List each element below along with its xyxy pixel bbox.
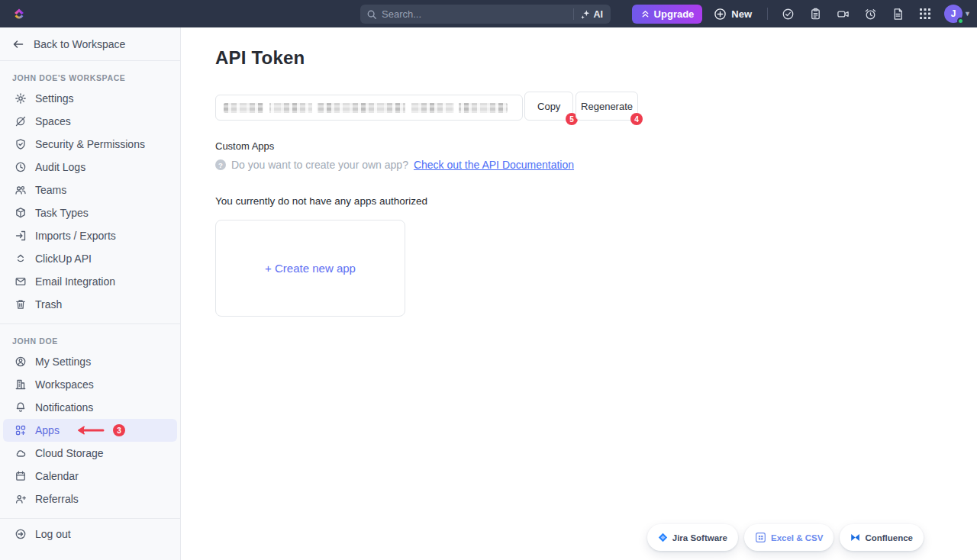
ai-button[interactable]: AI (580, 9, 605, 20)
search-input[interactable] (382, 8, 567, 20)
back-to-workspace[interactable]: Back to Workspace (0, 27, 180, 61)
sidebar-item-label: Security & Permissions (35, 138, 145, 150)
person-plus-icon (14, 493, 27, 506)
help-text: Do you want to create your own app? (231, 159, 408, 171)
sidebar-item-task-types[interactable]: Task Types (0, 201, 180, 224)
search-icon (366, 9, 377, 20)
regenerate-label: Regenerate (581, 101, 633, 112)
search-ai-divider (573, 8, 574, 20)
sidebar-item-referrals[interactable]: Referrals (0, 488, 180, 510)
logout-label: Log out (35, 528, 71, 540)
spreadsheet-icon (755, 532, 766, 543)
sidebar-item-trash[interactable]: Trash (0, 293, 180, 316)
app-grid-icon[interactable] (914, 3, 937, 24)
sidebar-item-label: Calendar (35, 470, 79, 482)
envelope-icon (14, 275, 27, 288)
api-token-field[interactable] (215, 95, 523, 121)
sidebar-item-notifications[interactable]: Notifications (0, 396, 180, 419)
sidebar-item-apps[interactable]: Apps 3 (3, 419, 177, 442)
building-icon (14, 378, 27, 391)
notepad-icon[interactable] (804, 3, 827, 24)
plus-circle-icon (714, 8, 727, 21)
clock-icon (14, 161, 27, 174)
sidebar-item-label: Email Integration (35, 275, 115, 288)
api-token-redacted (224, 103, 508, 113)
logout-button[interactable]: Log out (0, 519, 180, 549)
ai-label: AI (594, 9, 604, 20)
copy-button[interactable]: Copy 5 (524, 92, 573, 121)
confluence-button[interactable]: Confluence (840, 524, 924, 551)
sidebar-item-label: Trash (35, 298, 62, 311)
gear-icon (14, 92, 27, 105)
upgrade-label: Upgrade (654, 8, 695, 20)
user-section-header: JOHN DOE (0, 324, 180, 350)
settings-sidebar: Back to Workspace JOHN DOE'S WORKSPACE S… (0, 27, 181, 560)
regenerate-button[interactable]: Regenerate 4 (576, 92, 638, 121)
clickup-app: AI Upgrade New (0, 0, 977, 560)
confluence-label: Confluence (865, 533, 913, 542)
sidebar-item-settings[interactable]: Settings (0, 87, 180, 110)
cube-icon (14, 207, 27, 220)
workspace-section-header: JOHN DOE'S WORKSPACE (0, 61, 180, 87)
sidebar-item-audit-logs[interactable]: Audit Logs (0, 156, 180, 179)
help-question-icon: ? (215, 159, 226, 170)
main-content: API Token Copy 5 Regenerate 4 Custom App… (181, 27, 977, 560)
copy-label: Copy (537, 101, 560, 112)
sidebar-item-label: Task Types (35, 207, 89, 219)
topbar-actions: Upgrade New (632, 0, 971, 27)
sidebar-item-my-settings[interactable]: My Settings (0, 350, 180, 373)
jira-label: Jira Software (672, 533, 727, 542)
upgrade-button[interactable]: Upgrade (632, 5, 703, 24)
new-label: New (731, 8, 752, 20)
top-navbar: AI Upgrade New (0, 0, 977, 27)
integration-shortcuts: Jira Software Excel & CSV Confluence (647, 524, 924, 551)
docs-icon[interactable] (886, 3, 909, 24)
global-search[interactable]: AI (360, 5, 611, 24)
clickup-api-icon (14, 253, 27, 266)
clickup-logo-icon[interactable] (11, 5, 27, 22)
trash-icon (14, 298, 27, 311)
avatar: J (944, 5, 962, 23)
new-button[interactable]: New (707, 5, 759, 24)
no-apps-text: You currently do not have any apps autho… (215, 195, 977, 207)
sidebar-item-label: Settings (35, 92, 74, 105)
excel-csv-label: Excel & CSV (771, 533, 823, 542)
sidebar-item-calendar[interactable]: Calendar (0, 465, 180, 488)
sidebar-item-label: Audit Logs (35, 161, 85, 173)
apps-grid-plus-icon (14, 424, 27, 437)
sidebar-item-teams[interactable]: Teams (0, 179, 180, 201)
sidebar-item-imports-exports[interactable]: Imports / Exports (0, 224, 180, 247)
sidebar-item-label: Cloud Storage (35, 447, 104, 459)
avatar-initial: J (951, 8, 956, 19)
api-token-row: Copy 5 Regenerate 4 (215, 92, 638, 121)
create-new-app-link[interactable]: + Create new app (265, 262, 356, 275)
jira-software-button[interactable]: Jira Software (647, 524, 738, 551)
annotation-badge-4: 4 (630, 113, 643, 125)
topbar-divider (767, 8, 768, 20)
sidebar-item-security[interactable]: Security & Permissions (0, 133, 180, 156)
sidebar-item-label: Imports / Exports (35, 230, 116, 242)
sidebar-item-label: Teams (35, 184, 66, 196)
confluence-icon (850, 533, 860, 542)
tasks-check-icon[interactable] (776, 3, 799, 24)
calendar-icon (14, 470, 27, 483)
sidebar-item-email-integration[interactable]: Email Integration (0, 270, 180, 293)
reminders-alarm-icon[interactable] (859, 3, 882, 24)
create-app-card[interactable]: + Create new app (215, 220, 405, 317)
upgrade-icon (640, 9, 650, 19)
user-menu[interactable]: J ▼ (944, 5, 971, 23)
people-icon (14, 184, 27, 197)
sidebar-item-label: ClickUp API (35, 253, 92, 265)
excel-csv-button[interactable]: Excel & CSV (744, 524, 834, 551)
custom-apps-heading: Custom Apps (215, 140, 977, 152)
page-title: API Token (215, 47, 977, 69)
spaces-icon (14, 115, 27, 128)
sidebar-item-workspaces[interactable]: Workspaces (0, 373, 180, 396)
sidebar-item-clickup-api[interactable]: ClickUp API (0, 247, 180, 270)
cloud-icon (14, 447, 27, 460)
sidebar-item-cloud-storage[interactable]: Cloud Storage (0, 442, 180, 465)
sidebar-item-spaces[interactable]: Spaces (0, 110, 180, 133)
clips-camera-icon[interactable] (831, 3, 854, 24)
import-icon (14, 230, 27, 243)
api-documentation-link[interactable]: Check out the API Documentation (414, 159, 574, 171)
